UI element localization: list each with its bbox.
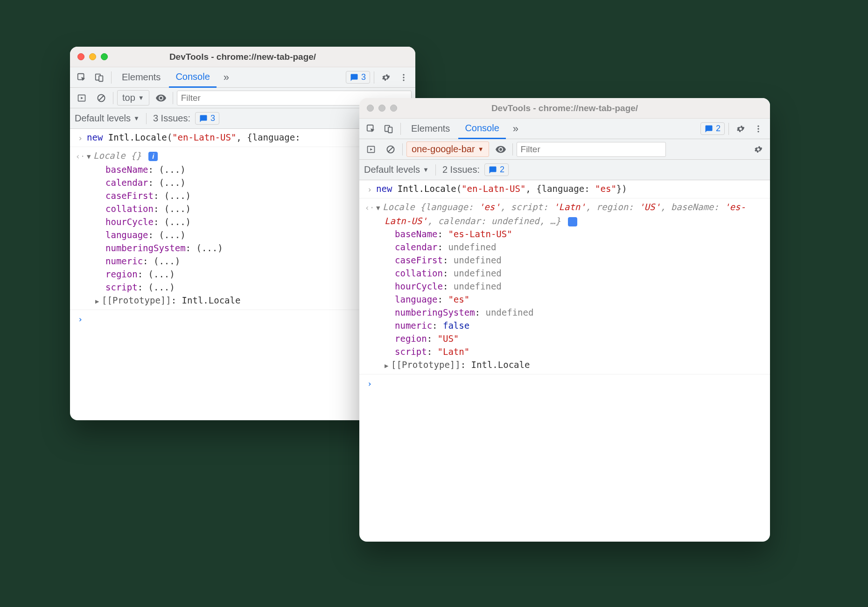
kebab-menu-icon[interactable] <box>396 70 412 85</box>
console-prompt-row[interactable]: › <box>359 374 770 392</box>
separator <box>146 113 147 124</box>
separator <box>374 71 374 84</box>
context-select[interactable]: top ▼ <box>117 90 149 106</box>
issues-link[interactable]: 3 Issues: 3 <box>153 112 219 125</box>
clear-console-icon[interactable] <box>93 90 109 106</box>
issues-link-label: 2 Issues: <box>442 164 480 175</box>
device-toggle-icon[interactable] <box>91 70 107 85</box>
chevron-down-icon: ▼ <box>478 146 484 153</box>
levels-select[interactable]: Default levels ▼ <box>75 113 140 124</box>
disclosure-closed-icon[interactable]: ▶ <box>385 359 391 372</box>
prompt-icon: › <box>363 376 376 390</box>
gear-icon[interactable] <box>378 70 394 85</box>
object-property-row[interactable]: hourCycle: undefined <box>376 280 766 293</box>
svg-marker-17 <box>370 148 372 150</box>
return-icon: ‹· <box>74 149 87 308</box>
separator <box>400 123 401 135</box>
tab-console[interactable]: Console <box>458 119 505 139</box>
gear-icon[interactable] <box>750 141 766 157</box>
traffic-lights[interactable] <box>77 53 108 60</box>
window-title: DevTools - chrome://new-tab-page/ <box>70 52 415 62</box>
object-property-row[interactable]: region: "US" <box>376 332 766 345</box>
live-expression-icon[interactable] <box>153 90 169 106</box>
svg-point-3 <box>403 74 404 75</box>
sidebar-toggle-icon[interactable] <box>74 90 90 106</box>
svg-point-4 <box>403 77 404 78</box>
svg-marker-7 <box>81 97 83 99</box>
separator <box>402 143 403 155</box>
separator <box>173 92 173 104</box>
clear-console-icon[interactable] <box>383 141 399 157</box>
object-property-row[interactable]: script: "Latn" <box>376 345 766 358</box>
tab-elements[interactable]: Elements <box>405 119 456 139</box>
svg-point-13 <box>757 125 759 127</box>
object-property-row[interactable]: baseName: "es-Latn-US" <box>376 227 766 240</box>
levels-select[interactable]: Default levels ▼ <box>364 164 429 175</box>
chevron-down-icon: ▼ <box>423 166 429 173</box>
info-icon[interactable]: i <box>568 217 577 226</box>
levelsbar: Default levels ▼ 2 Issues: 2 <box>359 160 770 180</box>
console-body: › new Intl.Locale("en-Latn-US", {languag… <box>359 180 770 542</box>
minimize-icon[interactable] <box>378 105 385 112</box>
disclosure-closed-icon[interactable]: ▶ <box>95 295 102 308</box>
chevron-right-icon: › <box>74 131 87 145</box>
issues-count: 3 <box>210 113 215 123</box>
object-property-row[interactable]: caseFirst: undefined <box>376 254 766 267</box>
issues-link[interactable]: 2 Issues: 2 <box>442 163 509 176</box>
issues-link-label: 3 Issues: <box>153 113 190 124</box>
console-output-row[interactable]: ‹· ▼Locale {language: 'es', script: 'Lat… <box>359 198 770 374</box>
live-expression-icon[interactable] <box>493 141 509 157</box>
svg-rect-12 <box>388 127 392 133</box>
titlebar: DevTools - chrome://new-tab-page/ <box>359 98 770 119</box>
tabbar: Elements Console » 2 <box>359 119 770 139</box>
sidebar-toggle-icon[interactable] <box>363 141 379 157</box>
filter-input[interactable] <box>517 142 666 157</box>
issues-count: 2 <box>500 165 504 175</box>
console-input-text: new Intl.Locale("en-Latn-US", {language:… <box>376 182 766 196</box>
kebab-menu-icon[interactable] <box>750 121 766 137</box>
tabbar: Elements Console » 3 <box>70 67 415 88</box>
close-icon[interactable] <box>77 53 84 60</box>
more-tabs-icon[interactable]: » <box>218 70 234 85</box>
issues-badge-inline: 2 <box>484 163 509 176</box>
object-property-row[interactable]: numeric: false <box>376 319 766 332</box>
window-title: DevTools - chrome://new-tab-page/ <box>359 103 770 113</box>
disclosure-open-icon[interactable]: ▼ <box>87 150 93 163</box>
device-toggle-icon[interactable] <box>381 121 397 137</box>
console-output-text: ▼Locale {language: 'es', script: 'Latn',… <box>376 200 766 372</box>
separator <box>111 71 112 84</box>
svg-line-19 <box>388 147 393 152</box>
disclosure-open-icon[interactable]: ▼ <box>376 201 383 214</box>
context-select[interactable]: one-google-bar ▼ <box>406 141 489 157</box>
more-tabs-icon[interactable]: » <box>508 121 524 137</box>
separator <box>728 123 729 135</box>
chevron-down-icon: ▼ <box>138 94 144 101</box>
maximize-icon[interactable] <box>390 105 397 112</box>
issues-badge[interactable]: 3 <box>346 71 370 84</box>
tab-console[interactable]: Console <box>169 68 216 88</box>
minimize-icon[interactable] <box>89 53 96 60</box>
object-property-row[interactable]: language: "es" <box>376 293 766 306</box>
svg-point-5 <box>403 79 404 81</box>
context-label: one-google-bar <box>412 144 475 155</box>
object-property-row[interactable]: calendar: undefined <box>376 240 766 254</box>
tab-elements[interactable]: Elements <box>115 67 167 87</box>
separator <box>113 92 113 104</box>
svg-point-15 <box>757 131 759 132</box>
inspect-icon[interactable] <box>74 70 90 85</box>
svg-line-9 <box>99 96 104 100</box>
console-input-row[interactable]: › new Intl.Locale("en-Latn-US", {languag… <box>359 180 770 198</box>
issues-badge[interactable]: 2 <box>700 122 725 135</box>
gear-icon[interactable] <box>733 121 749 137</box>
context-label: top <box>122 92 135 103</box>
object-property-row[interactable]: collation: undefined <box>376 267 766 280</box>
object-property-row[interactable]: numberingSystem: undefined <box>376 306 766 319</box>
levels-label: Default levels <box>364 164 420 175</box>
chevron-down-icon: ▼ <box>133 115 140 122</box>
svg-rect-2 <box>99 76 103 81</box>
info-icon[interactable]: i <box>148 152 158 161</box>
close-icon[interactable] <box>367 105 374 112</box>
traffic-lights[interactable] <box>367 105 397 112</box>
maximize-icon[interactable] <box>101 53 108 60</box>
inspect-icon[interactable] <box>363 121 379 137</box>
